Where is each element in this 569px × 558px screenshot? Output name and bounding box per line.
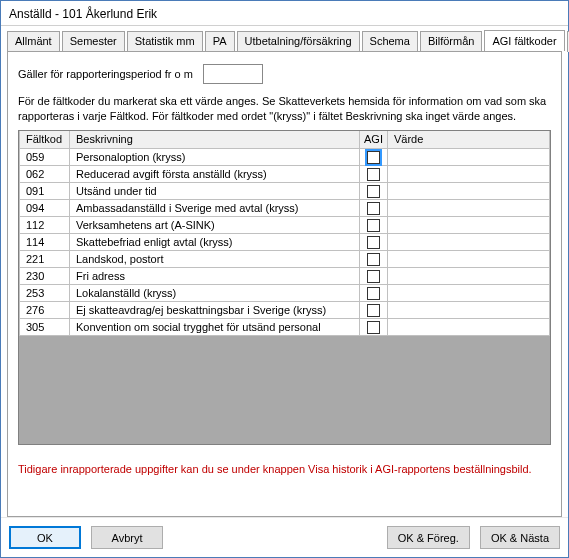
cell-code[interactable]: 062 xyxy=(20,166,70,183)
cell-agi[interactable] xyxy=(360,234,388,251)
table-row[interactable]: 276Ej skatteavdrag/ej beskattningsbar i … xyxy=(20,302,550,319)
table-row[interactable]: 305Konvention om social trygghet för uts… xyxy=(20,319,550,336)
ok-button[interactable]: OK xyxy=(9,526,81,549)
col-header-desc[interactable]: Beskrivning xyxy=(70,131,360,149)
help-text: För de fältkoder du markerat ska ett vär… xyxy=(18,94,551,124)
cell-code[interactable]: 059 xyxy=(20,149,70,166)
cell-agi[interactable] xyxy=(360,268,388,285)
cell-agi[interactable] xyxy=(360,302,388,319)
cell-agi[interactable] xyxy=(360,251,388,268)
cell-code[interactable]: 094 xyxy=(20,200,70,217)
cell-value[interactable] xyxy=(388,183,550,200)
tab-strip: AllmäntSemesterStatistik mmPAUtbetalning… xyxy=(1,26,568,51)
cancel-button[interactable]: Avbryt xyxy=(91,526,163,549)
cell-value[interactable] xyxy=(388,302,550,319)
cell-agi[interactable] xyxy=(360,149,388,166)
window-title: Anställd - 101 Åkerlund Erik xyxy=(1,1,568,26)
tab-utbetalning-f-rs-kring[interactable]: Utbetalning/försäkring xyxy=(237,31,360,52)
tab-semester[interactable]: Semester xyxy=(62,31,125,52)
cell-value[interactable] xyxy=(388,251,550,268)
cell-code[interactable]: 230 xyxy=(20,268,70,285)
agi-checkbox[interactable] xyxy=(367,202,380,215)
cell-desc[interactable]: Skattebefriad enligt avtal (kryss) xyxy=(70,234,360,251)
tab-pa[interactable]: PA xyxy=(205,31,235,52)
cell-desc[interactable]: Utsänd under tid xyxy=(70,183,360,200)
cell-desc[interactable]: Ej skatteavdrag/ej beskattningsbar i Sve… xyxy=(70,302,360,319)
fieldcode-grid: Fältkod Beskrivning AGI Värde 059Persona… xyxy=(18,130,551,446)
cell-value[interactable] xyxy=(388,234,550,251)
tab-statistik-mm[interactable]: Statistik mm xyxy=(127,31,203,52)
cell-code[interactable]: 114 xyxy=(20,234,70,251)
agi-checkbox[interactable] xyxy=(367,321,380,334)
cell-value[interactable] xyxy=(388,217,550,234)
cell-value[interactable] xyxy=(388,285,550,302)
cell-value[interactable] xyxy=(388,166,550,183)
grid-empty-area xyxy=(19,336,550,444)
tab-schema[interactable]: Schema xyxy=(362,31,418,52)
cell-code[interactable]: 221 xyxy=(20,251,70,268)
cell-desc[interactable]: Ambassadanställd i Sverige med avtal (kr… xyxy=(70,200,360,217)
tab-panel-agi: Gäller för rapporteringsperiod fr o m Fö… xyxy=(7,51,562,517)
table-row[interactable]: 059Personaloption (kryss) xyxy=(20,149,550,166)
cell-desc[interactable]: Verksamhetens art (A-SINK) xyxy=(70,217,360,234)
cell-desc[interactable]: Konvention om social trygghet för utsänd… xyxy=(70,319,360,336)
ok-prev-button[interactable]: OK & Föreg. xyxy=(387,526,470,549)
cell-code[interactable]: 305 xyxy=(20,319,70,336)
table-row[interactable]: 112Verksamhetens art (A-SINK) xyxy=(20,217,550,234)
agi-checkbox[interactable] xyxy=(367,168,380,181)
cell-desc[interactable]: Lokalanställd (kryss) xyxy=(70,285,360,302)
table-row[interactable]: 230Fri adress xyxy=(20,268,550,285)
col-header-value[interactable]: Värde xyxy=(388,131,550,149)
agi-checkbox[interactable] xyxy=(367,304,380,317)
cell-agi[interactable] xyxy=(360,166,388,183)
agi-checkbox[interactable] xyxy=(367,253,380,266)
table-row[interactable]: 091Utsänd under tid xyxy=(20,183,550,200)
cell-agi[interactable] xyxy=(360,285,388,302)
cell-code[interactable]: 112 xyxy=(20,217,70,234)
period-input[interactable] xyxy=(203,64,263,84)
cell-code[interactable]: 253 xyxy=(20,285,70,302)
col-header-agi[interactable]: AGI xyxy=(360,131,388,149)
cell-agi[interactable] xyxy=(360,183,388,200)
agi-checkbox[interactable] xyxy=(367,287,380,300)
cell-desc[interactable]: Landskod, postort xyxy=(70,251,360,268)
agi-checkbox[interactable] xyxy=(367,185,380,198)
table-row[interactable]: 094Ambassadanställd i Sverige med avtal … xyxy=(20,200,550,217)
table-row[interactable]: 062Reducerad avgift första anställd (kry… xyxy=(20,166,550,183)
cell-desc[interactable]: Personaloption (kryss) xyxy=(70,149,360,166)
table-row[interactable]: 221Landskod, postort xyxy=(20,251,550,268)
cell-agi[interactable] xyxy=(360,319,388,336)
cell-value[interactable] xyxy=(388,268,550,285)
cell-code[interactable]: 091 xyxy=(20,183,70,200)
history-hint: Tidigare inrapporterade uppgifter kan du… xyxy=(18,463,551,475)
table-row[interactable]: 253Lokalanställd (kryss) xyxy=(20,285,550,302)
tab-bilf-rm-n[interactable]: Bilförmån xyxy=(420,31,482,52)
button-bar: OK Avbryt OK & Föreg. OK & Nästa xyxy=(1,517,568,557)
cell-desc[interactable]: Fri adress xyxy=(70,268,360,285)
grid-header-row: Fältkod Beskrivning AGI Värde xyxy=(20,131,550,149)
table-row[interactable]: 114Skattebefriad enligt avtal (kryss) xyxy=(20,234,550,251)
cell-value[interactable] xyxy=(388,200,550,217)
agi-checkbox[interactable] xyxy=(367,236,380,249)
cell-agi[interactable] xyxy=(360,200,388,217)
agi-checkbox[interactable] xyxy=(367,270,380,283)
cell-value[interactable] xyxy=(388,149,550,166)
ok-next-button[interactable]: OK & Nästa xyxy=(480,526,560,549)
tab-agi-f-ltkoder[interactable]: AGI fältkoder xyxy=(484,30,564,51)
period-label: Gäller för rapporteringsperiod fr o m xyxy=(18,68,193,80)
cell-agi[interactable] xyxy=(360,217,388,234)
cell-desc[interactable]: Reducerad avgift första anställd (kryss) xyxy=(70,166,360,183)
employee-window: Anställd - 101 Åkerlund Erik AllmäntSeme… xyxy=(0,0,569,558)
cell-code[interactable]: 276 xyxy=(20,302,70,319)
cell-value[interactable] xyxy=(388,319,550,336)
agi-checkbox[interactable] xyxy=(367,151,380,164)
tab-allm-nt[interactable]: Allmänt xyxy=(7,31,60,52)
col-header-code[interactable]: Fältkod xyxy=(20,131,70,149)
agi-checkbox[interactable] xyxy=(367,219,380,232)
